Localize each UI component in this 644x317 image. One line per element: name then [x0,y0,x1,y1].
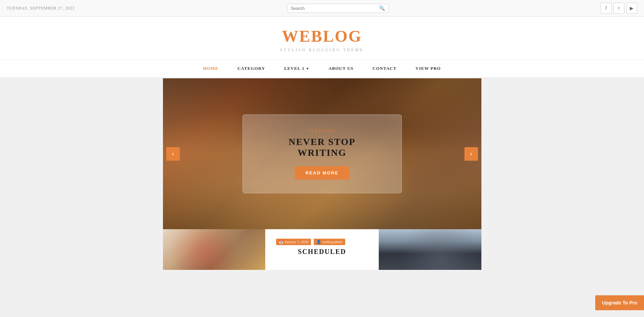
post-image-right [379,229,481,270]
nav-item-home[interactable]: HOME [194,60,228,77]
post-card-middle: 📅 January 1, 2020 👤 weblogadmin SCHEDULE… [265,229,379,270]
site-header: WEBLOG STYLISH BLOGGING THEME [0,17,644,59]
post-card-left [163,229,266,270]
slider-prev-button[interactable]: ‹ [166,147,180,161]
post-meta-middle: 📅 January 1, 2020 👤 weblogadmin [271,235,373,248]
post-author-tag: 👤 weblogadmin [314,239,345,245]
post-author: weblogadmin [322,240,342,244]
hero-featured-label: FEATURED [263,128,381,132]
author-icon: 👤 [316,240,321,244]
slider-next-button[interactable]: › [464,147,478,161]
post-img-left-bg [163,229,266,270]
post-title-middle: SCHEDULED [271,248,373,259]
hero-slider: ‹ FEATURED NEVER STOP WRITING READ MORE … [163,78,481,229]
youtube-button[interactable]: ▶ [626,3,637,14]
post-heading-middle: SCHEDULED [277,248,367,256]
calendar-icon: 📅 [279,240,284,244]
search-icon: 🔍 [379,5,385,11]
posts-row: 📅 January 1, 2020 👤 weblogadmin SCHEDULE… [163,229,481,270]
social-icons: f t ▶ [601,3,637,14]
nav-item-about[interactable]: ABOUT US [319,60,363,77]
post-date: January 1, 2020 [285,240,308,244]
hero-title: NEVER STOP WRITING [263,136,381,158]
hero-read-more-button[interactable]: READ MORE [295,166,349,179]
dropdown-arrow-icon: ▼ [306,67,310,71]
post-date-tag: 📅 January 1, 2020 [276,239,311,245]
post-img-right-bg [379,229,481,270]
hero-image: ‹ FEATURED NEVER STOP WRITING READ MORE … [163,78,481,229]
search-box: 🔍 [287,4,389,13]
top-bar: TUESDAY, SEPTEMBER 27, 2022 🔍 f t ▶ [0,0,644,17]
main-wrapper: ‹ FEATURED NEVER STOP WRITING READ MORE … [163,78,481,270]
nav-item-category[interactable]: CATEGORY [228,60,275,77]
site-subtitle: STYLISH BLOGGING THEME [7,47,637,53]
nav-item-view-pro[interactable]: VIEW PRO [406,60,451,77]
date-display: TUESDAY, SEPTEMBER 27, 2022 [7,6,75,11]
nav-item-level1[interactable]: LEVEL 1 ▼ [275,60,319,77]
upgrade-button[interactable]: Upgrade To Pro [595,295,644,310]
search-input[interactable] [291,6,379,11]
facebook-button[interactable]: f [601,3,611,14]
nav-item-contact[interactable]: CONTACT [363,60,406,77]
twitter-button[interactable]: t [614,3,624,14]
post-card-right [379,229,481,270]
hero-overlay: FEATURED NEVER STOP WRITING READ MORE [243,114,402,193]
main-nav: HOME CATEGORY LEVEL 1 ▼ ABOUT US CONTACT… [0,59,644,78]
post-image-left [163,229,266,270]
site-title: WEBLOG [7,27,637,45]
